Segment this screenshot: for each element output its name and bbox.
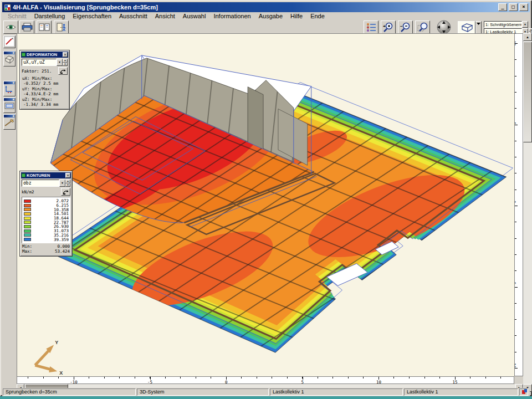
zoom-out-button[interactable]: −: [398, 21, 413, 34]
auto-scale-button[interactable]: [58, 67, 68, 75]
close-icon[interactable]: ×: [63, 52, 68, 57]
title-bar[interactable]: 4H-ALFA - Visualisierung [Sprungbecken d…: [2, 2, 530, 12]
help-book-button[interactable]: [37, 21, 52, 34]
menu-item-auswahl[interactable]: Auswahl: [179, 13, 210, 19]
box-3d-icon: [4, 54, 15, 64]
pencil-icon: [4, 36, 15, 47]
close-icon[interactable]: ×: [65, 173, 70, 178]
legend-swatch: [24, 212, 31, 216]
menu-item-ansicht[interactable]: Ansicht: [151, 13, 179, 19]
ruler-tick: [318, 377, 318, 378]
menu-item-ende[interactable]: Ende: [306, 13, 329, 19]
scroll-up-icon[interactable]: ▲: [523, 33, 532, 41]
status-icon: [519, 388, 528, 396]
legend-value: 35.216: [31, 233, 69, 237]
ruler-tick: [424, 377, 425, 378]
exit-button[interactable]: [54, 21, 69, 34]
chevron-down-icon: [477, 23, 480, 25]
minimize-button[interactable]: _: [498, 3, 507, 11]
ruler-tick: [515, 270, 516, 271]
tree-list-icon: [366, 23, 377, 32]
menu-item-darstellung[interactable]: Darstellung: [30, 13, 69, 19]
menu-item-informationen[interactable]: Informationen: [209, 13, 254, 19]
ruler-tick: [515, 352, 516, 352]
uz-label: uZ: Min/Max:: [22, 97, 67, 102]
konturen-title-bar[interactable]: KONTUREN ×: [21, 172, 71, 178]
view-3d-button[interactable]: [458, 21, 475, 34]
ruler-label: 0: [514, 201, 516, 203]
view-3d-dropdown[interactable]: [475, 21, 482, 34]
auto-range-button[interactable]: [61, 188, 70, 196]
deformation-panel: DEFORMATION × uX,uY,uZ ▼ ▲ ▼ Faktor: 251…: [19, 50, 70, 110]
zoom-in-button[interactable]: +: [381, 21, 396, 34]
zoom-window-icon: [417, 22, 428, 32]
vertical-scrollbar[interactable]: ▲ ▼: [523, 33, 532, 392]
deformation-uy-row: uY: Min/Max: -4.33/4.E-2 mm: [22, 86, 67, 96]
deformation-ux-row: uX: Min/Max: -0.352/ 2.5 mm: [22, 76, 67, 86]
spinner-down-icon[interactable]: ▼: [63, 63, 68, 66]
ruler-tick: [119, 377, 120, 378]
deformation-uz-row: uZ: Min/Max: -1.34/ 3.34 mm: [22, 97, 67, 107]
combo-arrow-icon[interactable]: ▼: [522, 21, 528, 28]
konturen-panel: KONTUREN × σbz ▼ ▲ ▼ kN/m2 2.0726.21510.…: [19, 171, 73, 257]
app-icon: [4, 4, 11, 11]
view-properties-button[interactable]: [3, 21, 18, 34]
plate-palette-button[interactable]: [3, 98, 16, 113]
ruler-label: 0: [225, 380, 228, 384]
konturen-spinner[interactable]: ▲ ▼: [65, 180, 70, 187]
status-bar: Sprungbecken d=35cm3D-SystemLastkollekti…: [2, 388, 530, 396]
zoom-window-button[interactable]: [415, 21, 430, 34]
konturen-unit: kN/m2: [22, 190, 34, 195]
menu-bar: SchnittDarstellungEigenschaftenAusschnit…: [2, 12, 530, 20]
axes-palette-button[interactable]: [3, 81, 16, 96]
ruler-tick: [485, 377, 486, 378]
ruler-tick: [165, 377, 166, 378]
menu-item-hilfe[interactable]: Hilfe: [287, 13, 306, 19]
pan-control[interactable]: [433, 20, 454, 34]
deformation-title-bar[interactable]: DEFORMATION ×: [21, 52, 68, 58]
ruler-label: 5: [301, 380, 304, 384]
menu-item-eigenschaften[interactable]: Eigenschaften: [69, 13, 115, 19]
panel-icon: [22, 173, 25, 177]
draw-mode-button[interactable]: [3, 35, 16, 48]
viewport-3d[interactable]: Y X: [17, 33, 514, 376]
app-window: 4H-ALFA - Visualisierung [Sprungbecken d…: [0, 0, 532, 396]
tree-list-button[interactable]: [364, 21, 378, 34]
menu-item-ausgabe[interactable]: Ausgabe: [255, 13, 287, 19]
ruler-tick: [515, 254, 516, 255]
deformation-component-combo[interactable]: uX,uY,uZ: [22, 59, 57, 66]
printer-icon: [22, 23, 33, 32]
ruler-label: -5: [514, 120, 516, 125]
ruler-tick: [89, 377, 89, 378]
maximize-button[interactable]: □: [509, 3, 518, 11]
status-panel: Lastkollektiv 1: [270, 388, 403, 396]
legend-swatch: [24, 229, 31, 233]
status-mini-icon: [522, 389, 528, 395]
close-button[interactable]: ×: [519, 3, 528, 11]
cube-3d-icon: [460, 23, 473, 32]
ruler-label: 10: [514, 363, 516, 368]
konturen-quantity-combo[interactable]: σbz: [22, 180, 59, 187]
max-value: 53.424: [55, 249, 70, 254]
vertical-ruler: -10-50510: [514, 33, 523, 376]
spinner-down-icon[interactable]: ▼: [65, 183, 70, 187]
deformation-title: DEFORMATION: [27, 52, 62, 57]
menu-item-ausschnitt[interactable]: Ausschnitt: [115, 13, 151, 19]
auto-scale-icon: [59, 68, 66, 74]
horizontal-ruler: -10-5051015: [17, 376, 514, 384]
slope-palette-button[interactable]: [3, 114, 16, 130]
legend-swatch: [24, 217, 31, 220]
vertical-scroll-thumb[interactable]: [523, 42, 532, 142]
ruler-label: 10: [376, 380, 381, 384]
ruler-tick: [196, 377, 196, 378]
deformation-spinner[interactable]: ▲ ▼: [63, 59, 68, 66]
min-value: 0.000: [57, 244, 70, 249]
system-palette-button[interactable]: [3, 51, 16, 66]
result-set-combo[interactable]: 1: Schnittgrößenermittlung ▼: [484, 21, 528, 28]
exit-door-icon: [56, 23, 67, 32]
combo-arrow-icon[interactable]: ▼: [59, 180, 65, 187]
combo-arrow-icon[interactable]: ▼: [57, 59, 63, 66]
print-button[interactable]: [19, 21, 34, 34]
deformation-combo-row: uX,uY,uZ ▼ ▲ ▼: [22, 59, 68, 66]
desktop: { "window": { "title": "4H-ALFA - Visual…: [0, 0, 532, 399]
